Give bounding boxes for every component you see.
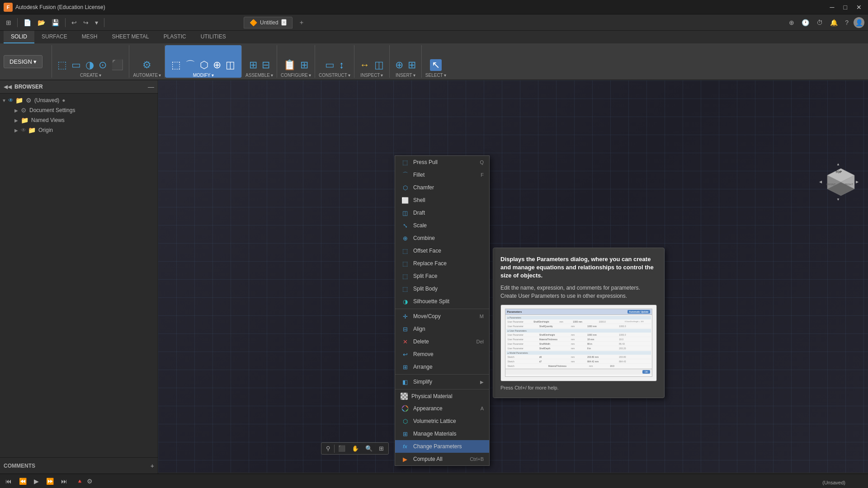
playback-start-button[interactable]: ⏮ <box>4 477 14 486</box>
add-tab-button[interactable]: ＋ <box>296 17 307 28</box>
menu-item-change-parameters[interactable]: fx Change Parameters <box>395 440 489 453</box>
modify-group-label[interactable]: MODIFY ▾ <box>193 73 214 78</box>
open-file-button[interactable]: 📂 <box>35 18 47 28</box>
help-button[interactable]: ? <box>843 17 851 28</box>
configure-param-tool[interactable]: ⊞ <box>298 59 310 71</box>
modify-combine-tool[interactable]: ⊕ <box>211 59 223 71</box>
comments-add-button[interactable]: + <box>151 462 154 469</box>
tab-sheet-metal[interactable]: SHEET METAL <box>104 31 156 43</box>
pan-button[interactable]: ✋ <box>349 444 362 453</box>
visibility-icon-root[interactable]: 👁 <box>8 97 14 103</box>
create-box-tool[interactable]: ⬛ <box>109 59 125 71</box>
select-tool[interactable]: ↖ <box>430 59 442 71</box>
redo-button[interactable]: ↪ <box>81 18 91 28</box>
insert-tool2[interactable]: ⊞ <box>406 59 418 71</box>
tab-utilities[interactable]: UTILITIES <box>193 31 233 43</box>
display-mode-button[interactable]: ⬛ <box>335 444 348 453</box>
undo-button[interactable]: ↩ <box>69 18 79 28</box>
playback-end-button[interactable]: ⏭ <box>59 477 69 486</box>
modify-shell-tool[interactable]: ◫ <box>224 59 237 71</box>
configure-tool[interactable]: 📋 <box>282 59 297 71</box>
create-revolve-tool[interactable]: ◑ <box>84 59 96 71</box>
settings-button[interactable]: ⚙ <box>87 478 93 485</box>
new-file-button[interactable]: 📄 <box>21 18 33 28</box>
insert-group-label[interactable]: INSERT ▾ <box>396 73 415 78</box>
menu-item-scale[interactable]: ⤡ Scale <box>395 219 489 232</box>
create-sketch-tool[interactable]: ⬚ <box>56 59 69 71</box>
menu-item-shell[interactable]: ⬜ Shell <box>395 194 489 206</box>
menu-item-delete[interactable]: ✕ Delete Del <box>395 335 489 348</box>
canvas-viewport[interactable]: TOP FRONT RIGHT ▲ ▼ ◀ ▶ ⬚ Press Pull Q ⌒… <box>158 80 868 473</box>
minimize-button[interactable]: ─ <box>827 3 837 12</box>
assemble-joint-tool[interactable]: ⊟ <box>260 59 272 71</box>
inspect-measure-tool[interactable]: ↔ <box>358 59 372 71</box>
tab-close-button[interactable]: ✕ <box>281 19 287 26</box>
create-extrude-tool[interactable]: ▭ <box>70 59 83 71</box>
menu-item-align[interactable]: ⊟ Align <box>395 323 489 335</box>
close-button[interactable]: ✕ <box>854 3 864 12</box>
insert-tool1[interactable]: ⊕ <box>393 59 405 71</box>
autosave-button[interactable]: 🕐 <box>799 17 811 28</box>
notifications-button[interactable]: 🔔 <box>828 17 840 28</box>
account-button[interactable]: 👤 <box>854 17 864 28</box>
grid-menu-button[interactable]: ⊞ <box>4 18 14 28</box>
modify-chamfer-tool[interactable]: ⬡ <box>198 59 210 71</box>
playback-play-button[interactable]: ▶ <box>32 477 41 486</box>
menu-item-fillet[interactable]: ⌒ Fillet F <box>395 169 489 181</box>
menu-item-replace-face[interactable]: ⬚ Replace Face <box>395 257 489 270</box>
zoom-button[interactable]: 🔍 <box>363 444 375 453</box>
modify-fillet-tool[interactable]: ⌒ <box>184 59 197 71</box>
inspect-group-label[interactable]: INSPECT ▾ <box>360 73 383 78</box>
navigation-cube[interactable]: TOP FRONT RIGHT ▲ ▼ ◀ ▶ <box>818 162 859 202</box>
menu-item-offset-face[interactable]: ⬚ Offset Face <box>395 244 489 257</box>
menu-item-physical-material[interactable]: Physical Material <box>395 390 489 402</box>
menu-item-remove[interactable]: ↩ Remove <box>395 348 489 361</box>
tree-item-doc-settings[interactable]: ▶ ⚙ Document Settings <box>0 105 158 115</box>
menu-item-split-body[interactable]: ⬚ Split Body <box>395 282 489 295</box>
configure-group-label[interactable]: CONFIGURE ▾ <box>281 73 311 78</box>
fit-all-button[interactable]: ⊞ <box>376 444 387 453</box>
tab-plus-button[interactable]: ⊕ <box>787 17 797 28</box>
tab-mesh[interactable]: MESH <box>75 31 105 43</box>
menu-item-press-pull[interactable]: ⬚ Press Pull Q <box>395 156 489 169</box>
view-mode-button[interactable]: ⚲ <box>323 444 333 453</box>
assemble-group-label[interactable]: ASSEMBLE ▾ <box>245 73 273 78</box>
menu-item-volumetric-lattice[interactable]: ⬡ Volumetric Lattice <box>395 415 489 427</box>
visibility-icon-origin[interactable]: 👁 <box>21 127 26 133</box>
tree-item-origin[interactable]: ▶ 👁 📁 Origin <box>0 125 158 135</box>
construct-axis-tool[interactable]: ↕ <box>337 59 346 71</box>
browser-collapse-button[interactable]: — <box>148 83 154 90</box>
playback-prev-button[interactable]: ⏪ <box>17 477 28 486</box>
automate-group-label[interactable]: AUTOMATE ▾ <box>133 73 161 78</box>
assemble-tool[interactable]: ⊞ <box>247 59 259 71</box>
select-group-label[interactable]: SELECT ▾ <box>425 73 446 78</box>
redo-dropdown-button[interactable]: ▾ <box>93 18 100 28</box>
save-file-button[interactable]: 💾 <box>49 18 61 28</box>
menu-item-combine[interactable]: ⊕ Combine <box>395 232 489 244</box>
document-tab[interactable]: 🔶 Untitled ✕ <box>244 17 292 28</box>
menu-item-move-copy[interactable]: ✛ Move/Copy M <box>395 310 489 323</box>
design-mode-button[interactable]: DESIGN ▾ <box>4 55 42 68</box>
menu-item-appearance[interactable]: Appearance A <box>395 402 489 415</box>
menu-item-draft[interactable]: ◫ Draft <box>395 206 489 219</box>
construct-group-label[interactable]: CONSTRUCT ▾ <box>319 73 350 78</box>
menu-item-simplify[interactable]: ◧ Simplify ▶ <box>395 375 489 388</box>
menu-item-chamfer[interactable]: ⬡ Chamfer <box>395 181 489 194</box>
maximize-button[interactable]: □ <box>841 3 850 12</box>
create-hole-tool[interactable]: ⊙ <box>97 59 108 71</box>
browser-back-button[interactable]: ◀◀ <box>4 84 12 90</box>
construct-plane-tool[interactable]: ▭ <box>323 59 336 71</box>
modify-press-pull-tool[interactable]: ⬚ <box>170 59 183 71</box>
menu-item-silhouette-split[interactable]: ◑ Silhouette Split <box>395 295 489 308</box>
tab-surface[interactable]: SURFACE <box>34 31 75 43</box>
menu-item-compute-all[interactable]: ▶ Compute All Ctrl+B <box>395 453 489 465</box>
tree-item-named-views[interactable]: ▶ 📁 Named Views <box>0 115 158 125</box>
tab-plastic[interactable]: PLASTIC <box>156 31 193 43</box>
create-group-label[interactable]: CREATE ▾ <box>80 73 101 78</box>
automate-tool[interactable]: ⚙ <box>141 59 153 71</box>
menu-item-arrange[interactable]: ⊞ Arrange <box>395 361 489 373</box>
job-status-button[interactable]: ⏱ <box>814 17 825 28</box>
tab-solid[interactable]: SOLID <box>4 31 34 43</box>
tree-item-root[interactable]: ▼ 👁 📁 ⚙ (Unsaved) ● <box>0 95 158 105</box>
menu-item-manage-materials[interactable]: ⊞ Manage Materials <box>395 427 489 440</box>
